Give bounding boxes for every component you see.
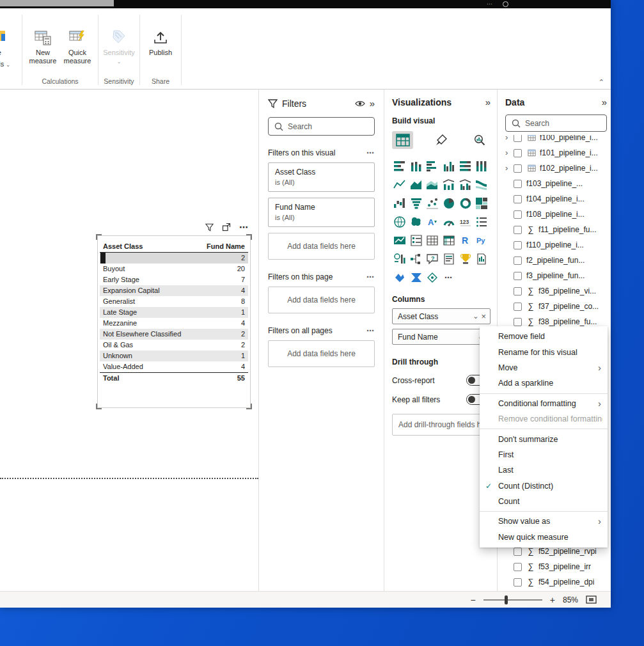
resize-handle[interactable] <box>96 404 102 409</box>
viz-icon-metrics[interactable] <box>458 252 473 266</box>
table-visual[interactable]: ⋯ Asset Class Fund Name 2Buyout20Early S… <box>97 235 251 408</box>
viz-icon-custom-visual[interactable] <box>425 271 440 285</box>
field-checkbox[interactable] <box>514 195 522 203</box>
field-checkbox[interactable] <box>514 241 522 249</box>
viz-icon-power-automate[interactable] <box>409 271 424 285</box>
viz-icon-donut-chart[interactable] <box>458 196 473 210</box>
viz-icon-treemap[interactable] <box>474 196 489 210</box>
expand-chevron-icon[interactable]: › <box>505 164 514 172</box>
viz-icon-clustered-bar-chart[interactable] <box>425 159 440 173</box>
visual-more-options-icon[interactable]: ⋯ <box>239 224 249 230</box>
viz-icon-filled-map[interactable] <box>409 215 424 229</box>
zoom-slider[interactable] <box>483 599 542 601</box>
table-row[interactable]: Oil & Gas2 <box>100 340 248 351</box>
drill-through-dropzone[interactable]: Add drill-through fields here <box>392 414 491 436</box>
tab-analytics[interactable] <box>469 131 491 149</box>
field-checkbox[interactable] <box>514 256 522 265</box>
viz-icon-line-chart[interactable] <box>392 178 407 192</box>
field-checkbox[interactable] <box>514 135 522 142</box>
more-options-icon[interactable]: ⋯ <box>366 150 375 155</box>
menu-item-remove-field[interactable]: Remove field <box>480 329 608 344</box>
add-data-fields-dropzone[interactable]: Add data fields here <box>268 340 375 367</box>
collapse-pane-chevrons-icon[interactable]: » <box>602 98 607 107</box>
viz-icon-card[interactable]: 123 <box>458 215 473 229</box>
quick-measure-button[interactable]: Quickmeasure <box>61 29 94 65</box>
table-row[interactable]: Not Elsewhere Classified2 <box>100 329 248 340</box>
more-visuals-button[interactable]: ore uals ⌄ <box>0 29 20 68</box>
menu-item-don-t-summarize[interactable]: Don't summarize <box>480 431 608 446</box>
viz-icon-scatter-chart[interactable] <box>425 196 440 210</box>
zoom-in-button[interactable]: + <box>550 596 555 604</box>
report-canvas[interactable]: ⋯ Asset Class Fund Name 2Buyout20Early S… <box>0 90 258 591</box>
more-options-icon[interactable]: ⋯ <box>366 328 375 333</box>
more-options-icon[interactable]: ⋯ <box>366 274 375 280</box>
viz-icon-100-stacked-column-chart[interactable] <box>474 159 489 173</box>
menu-item-add-a-sparkline[interactable]: Add a sparkline <box>480 375 608 391</box>
collapse-ribbon-chevron-icon[interactable]: ⌃ <box>599 78 604 86</box>
add-data-fields-dropzone[interactable]: Add data fields here <box>268 233 375 260</box>
publish-button[interactable]: Publish <box>144 29 177 57</box>
menu-item-count[interactable]: Count <box>480 494 608 509</box>
tab-build-visual[interactable] <box>392 131 413 149</box>
eye-icon[interactable] <box>355 100 365 107</box>
viz-icon-funnel-chart[interactable] <box>409 196 424 210</box>
add-data-fields-dropzone[interactable]: Add data fields here <box>268 287 375 313</box>
data-field-f36-pipeline-vi[interactable]: ∑f36_pipeline_vi... <box>505 283 607 299</box>
field-checkbox[interactable] <box>514 578 522 587</box>
data-search-input[interactable] <box>525 119 601 128</box>
visual-filter-icon[interactable] <box>205 223 214 232</box>
viz-icon-line-and-stacked-column-chart[interactable] <box>441 178 457 192</box>
column-header-asset-class[interactable]: Asset Class <box>100 242 201 250</box>
viz-icon-kpi[interactable] <box>392 233 407 248</box>
data-field-f110-pipeline-i[interactable]: f110_pipeline_i... <box>505 237 607 253</box>
data-search-box[interactable] <box>505 114 607 132</box>
data-field-f3-pipeline-fun[interactable]: f3_pipeline_fun... <box>505 268 607 283</box>
data-field-f11-pipeline-fu[interactable]: ∑f11_pipeline_fu... <box>505 222 607 237</box>
data-field-f104-pipeline-i[interactable]: f104_pipeline_i... <box>505 191 607 207</box>
viz-icon-stacked-bar-chart[interactable] <box>392 159 407 173</box>
menu-item-first[interactable]: First <box>480 447 608 462</box>
field-well-pill-asset-class[interactable]: Asset Class⌄× <box>392 308 491 324</box>
field-checkbox[interactable] <box>514 149 522 157</box>
data-field-f100-pipeline-i[interactable]: ›f100_pipeline_i... <box>505 135 607 145</box>
expand-chevron-icon[interactable]: › <box>505 149 514 157</box>
viz-icon-smart-narrative[interactable] <box>441 252 457 266</box>
viz-icon-power-apps[interactable] <box>392 271 407 285</box>
account-avatar-icon[interactable] <box>503 1 508 7</box>
zoom-slider-handle[interactable] <box>505 595 508 604</box>
field-checkbox[interactable] <box>514 303 522 311</box>
viz-icon-more-visuals[interactable]: ⋯ <box>441 271 457 285</box>
menu-item-count-distinct[interactable]: ✓Count (Distinct) <box>480 478 608 494</box>
filters-search-box[interactable] <box>268 117 375 136</box>
viz-icon-matrix[interactable] <box>441 233 457 248</box>
field-checkbox[interactable] <box>514 272 522 280</box>
table-row[interactable]: Unknown1 <box>100 351 248 361</box>
collapse-pane-chevrons-icon[interactable]: » <box>370 99 375 108</box>
menu-item-conditional-formatting[interactable]: Conditional formatting› <box>480 396 608 411</box>
table-row[interactable]: Buyout20 <box>100 264 248 274</box>
data-field-f37-pipeline-co[interactable]: ∑f37_pipeline_co... <box>505 299 607 314</box>
viz-icon-slicer[interactable] <box>409 233 424 248</box>
field-checkbox[interactable] <box>514 287 522 295</box>
chevron-down-icon[interactable]: ⌄ <box>473 312 478 320</box>
menu-item-show-value-as[interactable]: Show value as› <box>480 514 608 529</box>
viz-icon-map[interactable] <box>392 215 407 229</box>
table-row[interactable]: Value-Added4 <box>100 361 248 372</box>
viz-icon-table[interactable] <box>425 233 440 248</box>
field-checkbox[interactable] <box>514 164 522 173</box>
viz-icon-decomposition-tree[interactable] <box>409 252 424 266</box>
titlebar-more-icon[interactable]: ⋯ <box>487 1 492 7</box>
viz-icon-line-and-clustered-column-chart[interactable] <box>458 178 473 192</box>
filters-search-input[interactable] <box>288 122 368 131</box>
table-row[interactable]: Early Stage7 <box>100 274 248 285</box>
viz-icon-qa-visual[interactable]: ? <box>425 252 440 266</box>
menu-item-last[interactable]: Last <box>480 462 608 478</box>
viz-icon-stacked-column-chart[interactable] <box>409 159 424 173</box>
table-row[interactable]: 2 <box>100 253 248 264</box>
viz-icon-waterfall-chart[interactable] <box>392 196 407 210</box>
filter-card-fund-name[interactable]: Fund Nameis (All) <box>268 198 375 227</box>
viz-icon-area-chart[interactable] <box>409 178 424 192</box>
data-field-f108-pipeline-i[interactable]: f108_pipeline_i... <box>505 207 607 222</box>
viz-icon-azure-map[interactable]: A <box>425 215 440 229</box>
field-checkbox[interactable] <box>514 226 522 234</box>
